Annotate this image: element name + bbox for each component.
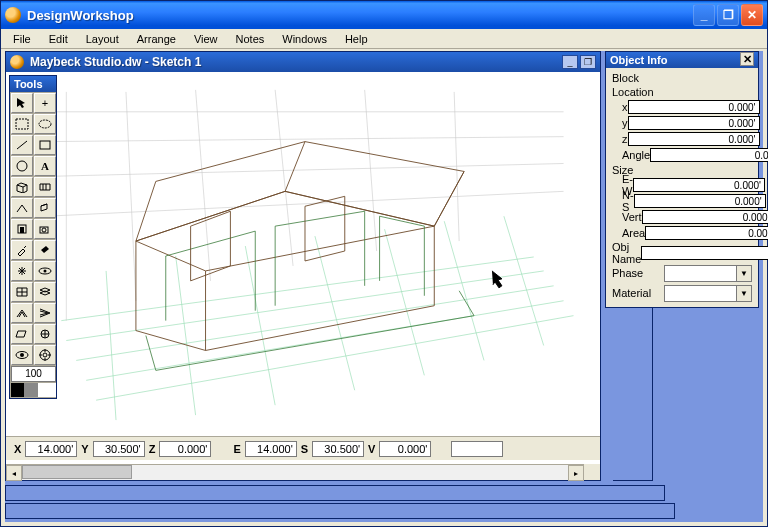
scroll-thumb[interactable]: [22, 465, 132, 479]
angle-input[interactable]: [650, 148, 768, 162]
menu-arrange[interactable]: Arrange: [129, 31, 184, 47]
coord-x-label: X: [12, 443, 23, 455]
tool-camera[interactable]: [34, 219, 56, 239]
ew-input[interactable]: [633, 178, 765, 192]
svg-line-1: [76, 286, 553, 361]
material-select[interactable]: ▼: [664, 285, 752, 302]
tone-strip-icon[interactable]: [11, 383, 56, 397]
menu-windows[interactable]: Windows: [274, 31, 335, 47]
coord-z-label: Z: [147, 443, 158, 455]
phase-select[interactable]: ▼: [664, 265, 752, 282]
vert-input[interactable]: [642, 210, 768, 224]
scroll-track[interactable]: [22, 465, 568, 480]
tool-wall[interactable]: [34, 177, 56, 197]
titlebar[interactable]: DesignWorkshop _ ❐ ✕: [1, 1, 767, 29]
tool-grid1[interactable]: [11, 282, 33, 302]
svg-line-14: [196, 90, 211, 281]
tool-box[interactable]: [11, 177, 33, 197]
tools-palette[interactable]: Tools + A: [9, 75, 57, 399]
tool-view2[interactable]: [34, 324, 56, 344]
tool-pan[interactable]: [11, 261, 33, 281]
app-icon: [5, 7, 21, 23]
svg-line-7: [245, 246, 275, 405]
y-input[interactable]: [628, 116, 760, 130]
tool-freeselect[interactable]: [34, 114, 56, 134]
zoom-value[interactable]: 100: [11, 366, 56, 382]
tool-persp2[interactable]: [34, 303, 56, 323]
coord-v-label: V: [366, 443, 377, 455]
svg-line-25: [17, 141, 27, 149]
coordinate-bar: X Y Z E S V: [6, 436, 600, 460]
svg-line-0: [86, 301, 563, 381]
x-input[interactable]: [628, 100, 760, 114]
menu-file[interactable]: File: [5, 31, 39, 47]
menu-help[interactable]: Help: [337, 31, 376, 47]
location-label: Location: [612, 85, 752, 99]
menu-edit[interactable]: Edit: [41, 31, 76, 47]
coord-v-input[interactable]: [379, 441, 431, 457]
tool-paint[interactable]: [34, 240, 56, 260]
document-titlebar[interactable]: Maybeck Studio.dw - Sketch 1 _ ❐: [6, 52, 600, 72]
objname-input[interactable]: [641, 246, 768, 260]
object-info-close-button[interactable]: ✕: [740, 52, 754, 66]
tool-marquee[interactable]: [11, 114, 33, 134]
area-input[interactable]: [645, 226, 768, 240]
menu-layout[interactable]: Layout: [78, 31, 127, 47]
object-info-title[interactable]: Object Info: [610, 52, 740, 68]
tool-eye[interactable]: [11, 345, 33, 365]
maximize-button[interactable]: ❐: [717, 4, 739, 26]
horizontal-scrollbar[interactable]: ◂ ▸: [6, 464, 584, 480]
block-label: Block: [612, 71, 752, 85]
tool-roof[interactable]: [11, 198, 33, 218]
svg-line-10: [444, 221, 484, 360]
ns-input[interactable]: [634, 194, 766, 208]
object-info-panel[interactable]: Object Info ✕ Block Location x y z Angle…: [605, 51, 759, 308]
drawing-canvas[interactable]: [6, 72, 600, 436]
svg-line-19: [46, 137, 563, 142]
document-maximize-button[interactable]: ❐: [580, 55, 596, 69]
x-label: x: [612, 101, 628, 113]
svg-point-24: [39, 120, 51, 128]
svg-point-31: [42, 228, 46, 232]
minimize-button[interactable]: _: [693, 4, 715, 26]
tool-text[interactable]: A: [34, 156, 56, 176]
document-minimize-button[interactable]: _: [562, 55, 578, 69]
close-button[interactable]: ✕: [741, 4, 763, 26]
chevron-down-icon[interactable]: ▼: [736, 266, 751, 281]
svg-rect-23: [16, 119, 28, 129]
coord-x-input[interactable]: [25, 441, 77, 457]
tool-target[interactable]: [34, 345, 56, 365]
document-window: Maybeck Studio.dw - Sketch 1 _ ❐: [5, 51, 601, 481]
coord-y-input[interactable]: [93, 441, 145, 457]
coord-e-input[interactable]: [245, 441, 297, 457]
coord-s-input[interactable]: [312, 441, 364, 457]
z-input[interactable]: [628, 132, 760, 146]
coord-s-label: S: [299, 443, 310, 455]
scroll-right-button[interactable]: ▸: [568, 465, 584, 481]
svg-line-13: [126, 92, 136, 301]
coord-z-input[interactable]: [159, 441, 211, 457]
tool-eyedropper[interactable]: [11, 240, 33, 260]
svg-line-9: [385, 229, 425, 375]
objname-label: Obj Name: [612, 241, 641, 265]
scroll-left-button[interactable]: ◂: [6, 465, 22, 481]
coord-extra-input[interactable]: [451, 441, 503, 457]
mdi-sibling-strip: [5, 485, 665, 501]
y-label: y: [612, 117, 628, 129]
tool-select[interactable]: [11, 93, 33, 113]
app-title: DesignWorkshop: [27, 8, 693, 23]
tool-grid2[interactable]: [34, 282, 56, 302]
tools-title[interactable]: Tools: [10, 76, 56, 92]
tool-point[interactable]: +: [34, 93, 56, 113]
tool-persp1[interactable]: [11, 303, 33, 323]
tool-line[interactable]: [11, 135, 33, 155]
tool-circle[interactable]: [11, 156, 33, 176]
chevron-down-icon[interactable]: ▼: [736, 286, 751, 301]
tool-orbit[interactable]: [34, 261, 56, 281]
tool-view1[interactable]: [11, 324, 33, 344]
tool-opening[interactable]: [11, 219, 33, 239]
menu-view[interactable]: View: [186, 31, 226, 47]
tool-extrude[interactable]: [34, 198, 56, 218]
tool-rect[interactable]: [34, 135, 56, 155]
menu-notes[interactable]: Notes: [228, 31, 273, 47]
